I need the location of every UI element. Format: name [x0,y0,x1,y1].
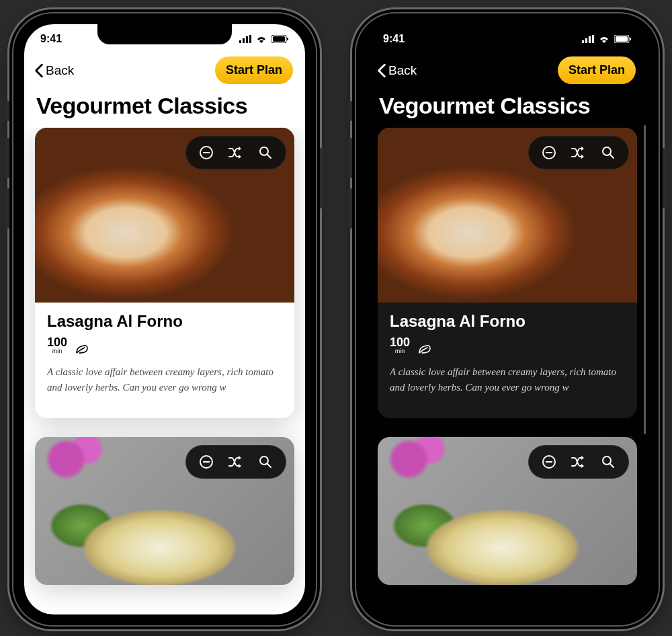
remove-button[interactable] [534,450,564,474]
cook-time: 100 min [47,336,67,354]
status-time: 9:41 [40,33,62,45]
side-button [348,101,352,121]
iphone-dark: 9:41 Back Start Plan Vegourmet Classics [356,13,659,625]
minus-circle-icon [541,145,557,161]
side-button [320,148,324,208]
recipe-title: Lasagna Al Forno [390,312,625,331]
minus-circle-icon [541,454,557,470]
search-icon [600,454,616,470]
shuffle-button[interactable] [564,450,593,474]
screen-light: 9:41 Back Start Plan Vegourmet Classics [24,24,305,614]
svg-rect-17 [589,36,591,43]
back-label: Back [388,63,417,78]
svg-rect-3 [249,35,251,43]
recipe-card[interactable]: Lasagna Al Forno 100 min A classic love … [35,128,294,418]
shuffle-button[interactable] [564,141,593,165]
shuffle-icon [570,454,587,470]
cellular-icon [582,35,594,43]
scroll-area[interactable]: Lasagna Al Forno 100 min A classic love … [24,128,305,608]
svg-line-29 [610,464,614,467]
leaf-icon [75,344,89,354]
svg-line-14 [267,464,271,467]
start-plan-button[interactable]: Start Plan [215,56,293,84]
back-button[interactable]: Back [34,63,74,78]
svg-rect-1 [243,38,245,43]
leaf-icon [418,344,431,354]
status-time: 9:41 [383,33,405,45]
svg-rect-0 [239,40,241,43]
card-body: Lasagna Al Forno 100 min A classic love … [35,303,294,418]
recipe-image [35,437,294,585]
svg-rect-21 [630,38,631,40]
recipe-image [378,437,637,585]
svg-rect-6 [287,38,288,40]
recipe-card[interactable] [378,437,637,585]
wifi-icon [255,35,267,43]
card-action-pill [185,136,286,169]
search-button[interactable] [251,450,280,474]
recipe-card[interactable]: Lasagna Al Forno 100 min A classic love … [378,128,637,418]
remove-button[interactable] [192,450,221,474]
recipe-image [378,128,637,303]
search-icon [257,454,274,470]
wifi-icon [598,35,610,43]
side-button [5,101,9,121]
shuffle-icon [227,454,245,470]
shuffle-button[interactable] [221,141,251,165]
time-unit: min [47,348,67,354]
remove-button[interactable] [192,141,221,165]
side-button [663,148,667,208]
start-plan-button[interactable]: Start Plan [558,56,636,84]
minus-circle-icon [198,454,214,470]
recipe-meta: 100 min [47,336,282,354]
recipe-description: A classic love affair between creamy lay… [390,364,625,395]
scroll-area[interactable]: Lasagna Al Forno 100 min A classic love … [367,128,648,608]
search-button[interactable] [251,141,280,165]
svg-rect-2 [246,36,248,43]
status-indicators [582,35,632,43]
chevron-left-icon [376,63,387,78]
scrollbar[interactable] [644,125,646,434]
svg-rect-16 [585,38,587,43]
remove-button[interactable] [534,141,564,165]
back-label: Back [46,63,74,78]
svg-point-9 [260,147,268,155]
page-title: Vegourmet Classics [379,93,636,118]
recipe-meta: 100 min [390,336,625,354]
recipe-description: A classic love affair between creamy lay… [47,364,282,395]
card-body: Lasagna Al Forno 100 min A classic love … [378,303,637,418]
svg-line-25 [610,155,614,158]
svg-line-10 [267,155,271,158]
iphone-light: 9:41 Back Start Plan Vegourmet Classics [13,13,316,625]
back-button[interactable]: Back [376,63,417,78]
notch [97,24,232,44]
recipe-title: Lasagna Al Forno [47,312,282,331]
shuffle-button[interactable] [221,450,251,474]
time-value: 100 [47,336,67,348]
svg-rect-5 [273,36,285,42]
battery-icon [271,35,289,43]
search-button[interactable] [593,141,623,165]
shuffle-icon [227,145,245,161]
svg-rect-18 [592,35,594,43]
svg-rect-15 [582,40,584,43]
search-icon [600,145,616,161]
navbar: Back Start Plan [24,54,305,91]
recipe-card[interactable] [35,437,294,585]
cook-time: 100 min [390,336,410,354]
shuffle-icon [570,145,587,161]
search-button[interactable] [593,450,623,474]
card-action-pill [185,445,286,479]
side-button [5,188,9,229]
time-unit: min [390,348,410,354]
search-icon [257,145,274,161]
side-button [5,138,9,178]
side-button [348,188,352,229]
chevron-left-icon [34,63,44,78]
svg-point-24 [603,147,611,155]
svg-point-13 [260,456,268,465]
time-value: 100 [390,336,410,348]
screen-dark: 9:41 Back Start Plan Vegourmet Classics [367,24,648,614]
battery-icon [614,35,632,43]
recipe-image [35,128,294,303]
